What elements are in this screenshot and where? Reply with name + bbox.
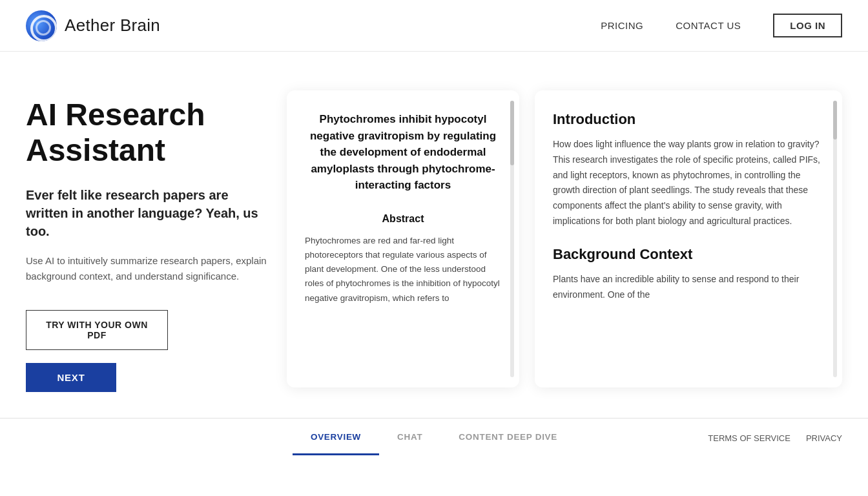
hero-subtitle: Ever felt like research papers are writt… <box>26 186 271 240</box>
logo-text: Aether Brain <box>65 16 160 36</box>
summary-scrollbar-track[interactable] <box>833 101 837 377</box>
terms-link[interactable]: TERMS OF SERVICE <box>708 433 790 442</box>
try-pdf-button[interactable]: TRY WITH YOUR OWN PDF <box>26 310 168 350</box>
summary-scrollbar-thumb[interactable] <box>833 101 837 140</box>
nav-pricing[interactable]: PRICING <box>601 20 643 31</box>
paper-card: Phytochromes inhibit hypocotyl negative … <box>287 90 519 388</box>
logo-icon <box>26 10 57 41</box>
abstract-text: Phytochromes are red and far-red light p… <box>305 234 501 305</box>
footer-links: TERMS OF SERVICE PRIVACY <box>708 433 842 442</box>
abstract-label: Abstract <box>305 213 501 225</box>
hero-description: Use AI to intuitively summarize research… <box>26 253 271 284</box>
tabs-container: OVERVIEW CHAT CONTENT DEEP DIVE <box>293 418 575 457</box>
tab-content-deep-dive[interactable]: CONTENT DEEP DIVE <box>440 420 575 455</box>
next-button[interactable]: NEXT <box>26 363 116 392</box>
login-button[interactable]: LOG IN <box>773 14 842 37</box>
bottom-tabs-bar: OVERVIEW CHAT CONTENT DEEP DIVE TERMS OF… <box>0 418 868 457</box>
tab-overview[interactable]: OVERVIEW <box>293 420 379 455</box>
summary-card: Introduction How does light influence th… <box>535 90 842 388</box>
logo-area: Aether Brain <box>26 10 160 41</box>
intro-title: Introduction <box>553 111 824 128</box>
nav-contact[interactable]: CONTACT US <box>676 20 741 31</box>
paper-scrollbar-track[interactable] <box>510 101 514 377</box>
tab-chat[interactable]: CHAT <box>379 420 440 455</box>
hero-title: AI Research Assistant <box>26 97 271 168</box>
bg-text: Plants have an incredible ability to sen… <box>553 272 824 303</box>
paper-title: Phytochromes inhibit hypocotyl negative … <box>305 111 501 194</box>
hero-section: AI Research Assistant Ever felt like res… <box>26 90 271 392</box>
nav: PRICING CONTACT US LOG IN <box>601 14 842 37</box>
main-content: AI Research Assistant Ever felt like res… <box>0 52 868 418</box>
privacy-link[interactable]: PRIVACY <box>806 433 842 442</box>
intro-text: How does light influence the way plants … <box>553 137 824 229</box>
paper-scrollbar-thumb[interactable] <box>510 101 514 165</box>
header: Aether Brain PRICING CONTACT US LOG IN <box>0 0 868 52</box>
bg-title: Background Context <box>553 246 824 263</box>
